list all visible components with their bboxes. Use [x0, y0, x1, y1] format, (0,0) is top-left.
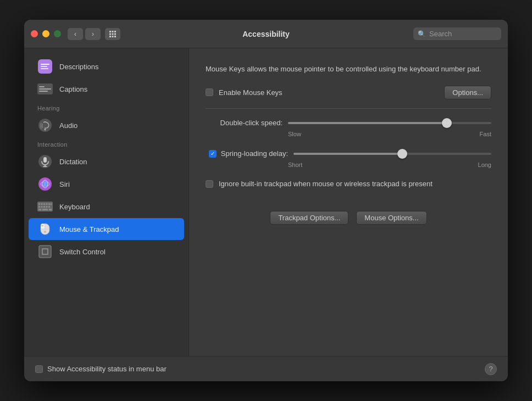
double-click-slider[interactable]	[288, 118, 491, 129]
sidebar-item-descriptions[interactable]: Descriptions	[29, 55, 184, 77]
svg-rect-2	[114, 31, 116, 32]
keyboard-icon	[37, 199, 53, 214]
forward-button[interactable]: ›	[85, 28, 101, 40]
sidebar-item-siri-label: Siri	[59, 180, 70, 188]
svg-rect-15	[39, 88, 51, 90]
sidebar-item-dictation[interactable]: Dictation	[29, 151, 184, 172]
spring-loading-track	[293, 153, 491, 155]
svg-rect-28	[41, 203, 43, 205]
double-click-fast: Fast	[480, 131, 491, 137]
maximize-button[interactable]	[54, 30, 61, 37]
svg-rect-37	[48, 206, 50, 208]
sidebar-item-siri[interactable]: Siri	[29, 173, 184, 195]
sidebar-item-captions[interactable]: Captions	[29, 78, 184, 100]
double-click-track	[288, 122, 491, 124]
enable-mouse-keys-label: Enable Mouse Keys	[219, 88, 282, 97]
svg-rect-33	[38, 206, 40, 208]
sidebar: Descriptions Captions Hearing	[24, 48, 189, 356]
dictation-icon	[37, 154, 53, 169]
svg-rect-12	[41, 68, 48, 69]
svg-rect-29	[43, 203, 45, 205]
grid-button[interactable]	[105, 28, 120, 40]
svg-rect-20	[43, 157, 47, 163]
nav-buttons: ‹ ›	[68, 28, 120, 40]
svg-rect-11	[41, 66, 47, 67]
audio-icon	[37, 118, 53, 133]
spring-loading-long: Long	[478, 161, 491, 168]
svg-rect-3	[109, 33, 111, 35]
svg-rect-32	[51, 203, 52, 205]
sidebar-item-audio[interactable]: Audio	[29, 114, 184, 136]
double-click-speed-row: Double-click speed: Slow Fast	[206, 118, 491, 137]
traffic-lights	[31, 30, 61, 37]
double-click-label: Double-click speed:	[206, 119, 282, 127]
mouse-trackpad-icon	[37, 221, 53, 237]
double-click-end-labels: Slow Fast	[206, 131, 491, 137]
search-box[interactable]: 🔍	[413, 27, 501, 40]
switch-control-icon	[37, 244, 53, 259]
spring-loading-label: Spring-loading delay:	[221, 149, 288, 158]
sidebar-item-keyboard[interactable]: Keyboard	[29, 196, 184, 218]
section-interaction: Interaction	[24, 137, 189, 150]
sidebar-item-keyboard-label: Keyboard	[59, 203, 90, 211]
spring-loading-slider-label-row: Spring-loading delay:	[206, 148, 491, 159]
svg-rect-34	[41, 206, 43, 208]
help-button[interactable]: ?	[485, 363, 497, 375]
sidebar-item-mouse-trackpad-label: Mouse & Trackpad	[59, 225, 119, 233]
svg-rect-1	[112, 31, 114, 32]
spring-loading-end-labels: Short Long	[206, 161, 491, 168]
svg-rect-38	[38, 209, 41, 210]
svg-point-45	[44, 231, 46, 233]
show-status-label: Show Accessibility status in menu bar	[47, 365, 167, 373]
svg-rect-6	[109, 36, 111, 37]
sidebar-item-audio-label: Audio	[59, 121, 77, 130]
svg-rect-8	[114, 36, 116, 37]
titlebar: ‹ › Accessibility 🔍	[24, 20, 508, 48]
sidebar-item-dictation-label: Dictation	[59, 158, 87, 166]
window-title: Accessibility	[242, 30, 290, 38]
search-input[interactable]	[429, 30, 497, 38]
svg-rect-30	[46, 203, 48, 205]
divider-1	[206, 108, 491, 109]
svg-rect-5	[114, 33, 116, 35]
minimize-button[interactable]	[42, 30, 49, 37]
trackpad-options-button[interactable]: Trackpad Options...	[270, 211, 348, 225]
spring-loading-short: Short	[288, 161, 302, 168]
ignore-trackpad-row: Ignore built-in trackpad when mouse or w…	[206, 179, 491, 189]
siri-icon	[37, 176, 53, 192]
show-status-checkbox[interactable]	[35, 365, 43, 373]
options-button[interactable]: Options...	[444, 86, 491, 99]
svg-rect-35	[43, 206, 45, 208]
content-description: Mouse Keys allows the mouse pointer to b…	[206, 64, 491, 75]
svg-rect-0	[109, 31, 111, 32]
section-hearing: Hearing	[24, 101, 189, 114]
sidebar-item-switch-control-label: Switch Control	[59, 248, 106, 256]
svg-rect-40	[49, 209, 52, 210]
svg-point-18	[45, 129, 46, 131]
svg-rect-31	[48, 203, 50, 205]
sidebar-item-switch-control[interactable]: Switch Control	[29, 241, 184, 263]
svg-rect-16	[39, 91, 48, 92]
descriptions-icon	[37, 59, 53, 74]
enable-mouse-keys-checkbox[interactable]	[206, 88, 213, 96]
spring-loading-checkbox[interactable]	[209, 150, 217, 158]
double-click-thumb[interactable]	[442, 118, 452, 128]
sidebar-item-captions-label: Captions	[59, 85, 87, 93]
close-button[interactable]	[31, 30, 38, 37]
ignore-trackpad-checkbox[interactable]	[206, 180, 213, 188]
search-icon: 🔍	[418, 30, 426, 38]
svg-rect-10	[41, 64, 49, 65]
enable-mouse-keys-row: Enable Mouse Keys Options...	[206, 86, 491, 99]
svg-rect-27	[38, 203, 40, 205]
spring-loading-slider[interactable]	[293, 148, 491, 159]
back-button[interactable]: ‹	[68, 28, 83, 40]
svg-rect-14	[39, 86, 45, 87]
bottom-action-buttons: Trackpad Options... Mouse Options...	[206, 211, 491, 225]
mouse-options-button[interactable]: Mouse Options...	[356, 211, 426, 225]
spring-loading-thumb[interactable]	[397, 149, 407, 159]
svg-rect-46	[41, 225, 43, 226]
sidebar-item-mouse-trackpad[interactable]: Mouse & Trackpad	[29, 218, 184, 240]
spring-loading-row: Spring-loading delay: Short Long	[206, 148, 491, 168]
svg-rect-49	[43, 249, 47, 254]
double-click-slow: Slow	[288, 131, 301, 137]
